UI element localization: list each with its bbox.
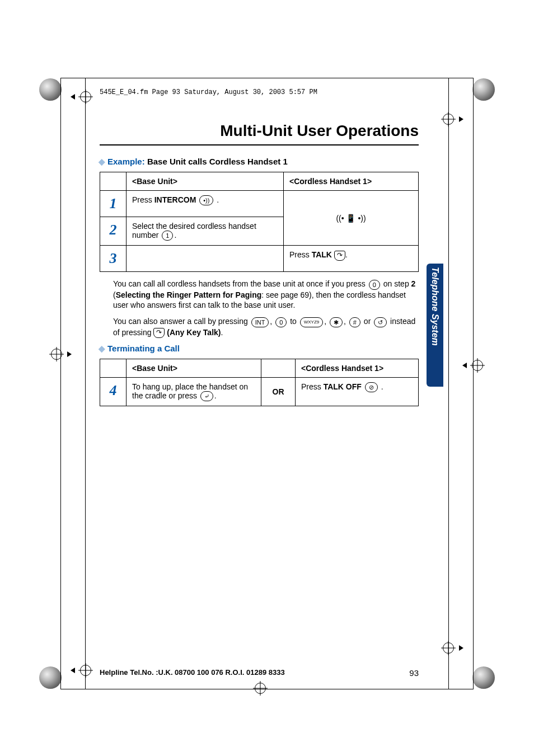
helpline-text: Helpline Tel.No. :U.K. 08700 100 076 R.O… [100, 668, 285, 677]
text: Press [289, 250, 312, 259]
text: To hang up, place the handset on the cra… [132, 382, 248, 400]
page-title: Multi-Unit User Operations [100, 122, 419, 145]
step-2-base: Select the desired cordless handset numb… [127, 217, 284, 246]
or-label: OR [261, 377, 296, 406]
text-bold: Selecting the Ringer Pattern for Paging [116, 290, 262, 299]
note-paragraph-2: You can also answer a call by pressing I… [100, 316, 419, 338]
section-tab: Telephone System [427, 264, 443, 387]
note-paragraph-1: You can call all cordless handsets from … [100, 279, 419, 311]
text: on step [381, 279, 411, 288]
text: , [344, 317, 348, 326]
text: , [270, 317, 274, 326]
section-subtitle: Base Unit calls Cordless Handset 1 [147, 157, 288, 166]
section-label: Example: [107, 157, 145, 166]
text: . [214, 195, 219, 204]
print-sphere-icon [472, 78, 495, 101]
int-key-icon: INT [251, 317, 269, 327]
column-cordless-handset: <Cordless Handset 1> [284, 172, 419, 191]
key-1-icon: 1 [162, 231, 173, 241]
page-footer: Helpline Tel.No. :U.K. 08700 100 076 R.O… [100, 668, 419, 678]
column-base-unit: <Base Unit> [127, 172, 284, 191]
text: to [288, 317, 298, 326]
header-meta: 545E_E_04.fm Page 93 Saturday, August 30… [100, 88, 317, 96]
step-number: 1 [100, 191, 127, 217]
column-base-unit: <Base Unit> [127, 359, 261, 377]
text: or [362, 317, 373, 326]
section-example-heading: Example: Base Unit calls Cordless Handse… [107, 157, 419, 166]
star-key-icon: ✱ [330, 317, 343, 327]
text: , [324, 317, 329, 326]
step-4-base: To hang up, place the handset on the cra… [127, 377, 261, 406]
step-4-handset: Press TALK OFF ⊘ . [296, 377, 419, 406]
section-tab-label: Telephone System [430, 267, 440, 346]
redial-key-icon: ↺ [374, 317, 387, 327]
key-0-icon: 0 [369, 280, 380, 290]
step-number: 4 [100, 377, 127, 406]
hash-key-icon: # [349, 317, 360, 327]
step-number-header [100, 359, 127, 377]
text: . [345, 250, 348, 259]
text: Press [301, 382, 324, 391]
text: You can call all cordless handsets from … [113, 279, 368, 288]
step-3-handset: Press TALK ↷. [284, 246, 419, 272]
page-number: 93 [409, 668, 419, 678]
text-bold: TALK [312, 250, 332, 259]
print-sphere-icon [39, 666, 62, 689]
handset-ringing-icon: ((• 📱 •)) [284, 191, 419, 246]
text-bold: TALK OFF [324, 382, 362, 391]
print-sphere-icon [39, 78, 62, 101]
text: . [379, 382, 383, 391]
text: Select the desired cordless handset numb… [132, 222, 256, 240]
page-content: Multi-Unit User Operations Example: Base… [100, 122, 419, 413]
step-3-base [127, 246, 284, 272]
talk-off-icon: ⊘ [365, 382, 378, 392]
steps-table-call: <Base Unit> <Cordless Handset 1> 1 Press… [100, 172, 419, 272]
column-spacer [261, 359, 296, 377]
text: . [174, 231, 176, 240]
column-cordless-handset: <Cordless Handset 1> [296, 359, 419, 377]
text-bold: INTERCOM [154, 195, 196, 204]
step-number: 3 [100, 246, 127, 272]
text: You can also answer a call by pressing [113, 317, 250, 326]
intercom-icon: •)) [199, 195, 213, 205]
step-1-base: Press INTERCOM •)) . [127, 191, 284, 217]
step-number-header [100, 172, 127, 191]
key-0-icon: 0 [275, 317, 287, 327]
text: . [221, 328, 223, 337]
step-number: 2 [100, 217, 127, 246]
section-label: Terminating a Call [107, 344, 180, 353]
steps-table-terminate: <Base Unit> <Cordless Handset 1> 4 To ha… [100, 359, 419, 406]
text-bold: 2 [411, 279, 416, 288]
key-9-icon: WXYZ9 [300, 317, 324, 327]
text: . [214, 391, 217, 400]
talk-icon: ↷ [334, 251, 345, 261]
text: Press [132, 195, 154, 204]
talk-icon: ↷ [153, 328, 165, 338]
print-sphere-icon [472, 666, 495, 689]
text-bold: (Any Key Talk) [165, 328, 221, 337]
speaker-icon: ⤶ [200, 391, 213, 401]
section-terminating-heading: Terminating a Call [107, 344, 419, 353]
